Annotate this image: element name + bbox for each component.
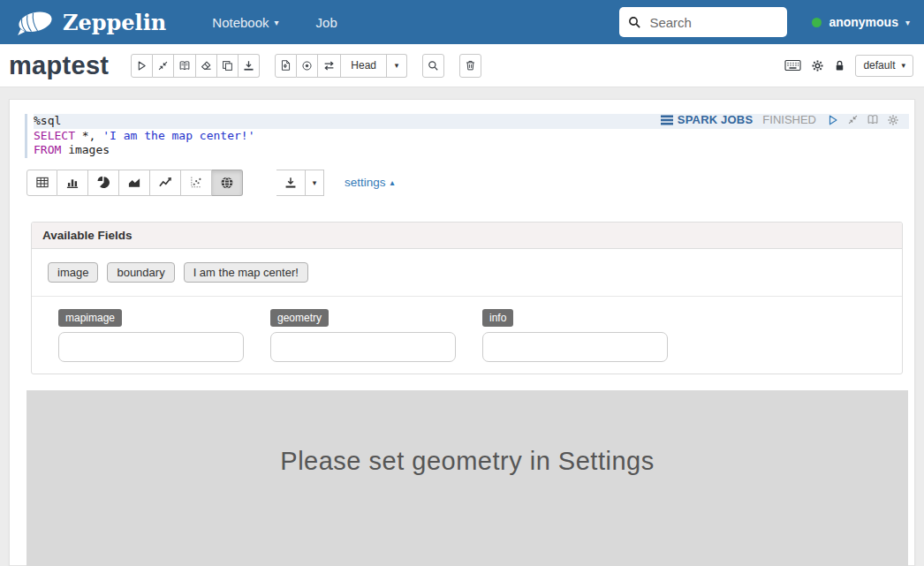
line-chart-icon [158, 176, 172, 189]
note-settings-group: default ▾ [784, 55, 915, 77]
search-code-button[interactable] [422, 54, 444, 78]
download-icon [284, 177, 297, 189]
compare-revisions-button[interactable] [318, 54, 341, 78]
spark-jobs-label: SPARK JOBS [678, 113, 754, 126]
show-hide-code-button[interactable] [174, 54, 196, 78]
collapse-paragraph-button[interactable] [847, 114, 859, 125]
chart-type-pie-button[interactable] [88, 170, 119, 196]
drop-zones: mapimagegeometryinfo [32, 297, 902, 374]
drop-zone-info: info [482, 309, 668, 362]
shortcut-keyboard-icon[interactable] [784, 59, 801, 72]
available-fields-header: Available Fields [32, 223, 902, 249]
run-all-button[interactable] [131, 54, 153, 78]
main-nav: Notebook ▾ Job [212, 15, 337, 30]
drop-zone-target[interactable] [58, 332, 244, 362]
nav-notebook-label: Notebook [212, 15, 269, 30]
drop-zone-geometry: geometry [270, 309, 456, 362]
chart-toolbar: ▾ settings ▴ [27, 170, 914, 196]
version-control-group: Head ▾ [275, 54, 407, 78]
drop-zone-target[interactable] [482, 332, 668, 362]
area-chart-icon [127, 176, 141, 189]
caret-up-icon: ▴ [390, 177, 395, 187]
note-title[interactable]: maptest [9, 51, 109, 80]
download-icon [243, 60, 254, 72]
trash-note-button[interactable] [459, 54, 481, 78]
export-result-group: ▾ [276, 170, 324, 196]
spark-jobs-link[interactable]: SPARK JOBS [661, 113, 754, 126]
compress-icon [157, 60, 169, 72]
list-icon [661, 115, 673, 125]
paragraph: %sql SELECT *, 'I am the map center!' FR… [9, 99, 915, 566]
settings-toggle-link[interactable]: settings ▴ [345, 176, 395, 189]
revision-caret-button[interactable]: ▾ [387, 54, 407, 78]
field-chip[interactable]: I am the map center! [184, 262, 308, 283]
revision-selector[interactable]: Head [341, 54, 387, 78]
paragraph-gear-icon[interactable] [887, 114, 899, 126]
play-icon [136, 60, 148, 72]
download-result-button[interactable] [276, 170, 306, 196]
chart-type-area-button[interactable] [119, 170, 150, 196]
code-line-from: FROM images [34, 143, 914, 158]
nav-job[interactable]: Job [316, 15, 337, 30]
field-chip[interactable]: image [48, 262, 98, 283]
user-status-dot [812, 18, 822, 27]
chart-type-line-button[interactable] [150, 170, 181, 196]
bar-chart-icon [65, 176, 80, 189]
drop-zone-label: geometry [270, 309, 329, 327]
caret-down-icon: ▾ [905, 18, 910, 27]
book-icon [178, 60, 191, 72]
caret-down-icon: ▾ [275, 18, 279, 27]
nav-job-label: Job [316, 15, 337, 30]
chart-type-table-button[interactable] [27, 170, 57, 196]
chart-type-bar-button[interactable] [57, 170, 88, 196]
globe-icon [220, 176, 234, 190]
revision-label: Head [351, 59, 376, 72]
paragraph-status: FINISHED [762, 113, 816, 126]
code-line-select: SELECT *, 'I am the map center!' [34, 129, 914, 144]
search-icon [428, 60, 439, 72]
set-revision-button[interactable] [297, 54, 318, 78]
file-code-icon [280, 59, 292, 72]
zeppelin-logo[interactable]: Zeppelin [14, 8, 166, 36]
chart-type-scatter-button[interactable] [181, 170, 212, 196]
map-result-area[interactable]: Please set geometry in Settings [27, 390, 908, 566]
book-icon [867, 114, 879, 125]
chart-type-group [27, 170, 243, 196]
brand-name: Zeppelin [63, 10, 166, 35]
collapse-paragraphs-button[interactable] [153, 54, 174, 78]
zeppelin-blimp-icon [14, 8, 55, 36]
revision-target-icon [301, 60, 313, 72]
note-toolbar: maptest Head [0, 44, 924, 87]
nav-notebook[interactable]: Notebook ▾ [212, 15, 278, 30]
play-icon [827, 114, 839, 126]
clone-icon [222, 60, 233, 72]
field-chip[interactable]: boundary [107, 262, 174, 283]
note-body: %sql SELECT *, 'I am the map center!' FR… [0, 87, 924, 566]
commit-button[interactable] [275, 54, 297, 78]
caret-down-icon: ▾ [313, 178, 317, 187]
swap-arrows-icon [322, 60, 336, 72]
search-input[interactable] [648, 14, 778, 31]
lock-icon[interactable] [834, 59, 845, 72]
settings-label: settings [345, 176, 386, 189]
user-menu[interactable]: anonymous ▾ [812, 15, 910, 29]
paragraph-controls: SPARK JOBS FINISHED [661, 113, 899, 126]
export-note-button[interactable] [239, 54, 260, 78]
run-paragraph-button[interactable] [827, 114, 839, 126]
drop-zone-mapimage: mapimage [58, 309, 244, 362]
top-navbar: Zeppelin Notebook ▾ Job anonymous ▾ [0, 0, 924, 44]
available-fields-list: imageboundaryI am the map center! [32, 249, 902, 297]
map-placeholder-message: Please set geometry in Settings [27, 390, 908, 476]
interpreter-binding-button[interactable]: default ▾ [855, 55, 913, 77]
caret-down-icon: ▾ [395, 61, 399, 70]
gear-icon[interactable] [811, 59, 824, 72]
compress-icon [847, 114, 859, 125]
search-icon [628, 16, 641, 29]
show-editor-button[interactable] [867, 114, 879, 125]
drop-zone-target[interactable] [270, 332, 456, 362]
download-options-button[interactable]: ▾ [306, 170, 324, 196]
clone-note-button[interactable] [217, 54, 239, 78]
drop-zone-label: info [482, 309, 513, 327]
chart-type-map-button[interactable] [212, 170, 243, 196]
clear-output-button[interactable] [196, 54, 217, 78]
